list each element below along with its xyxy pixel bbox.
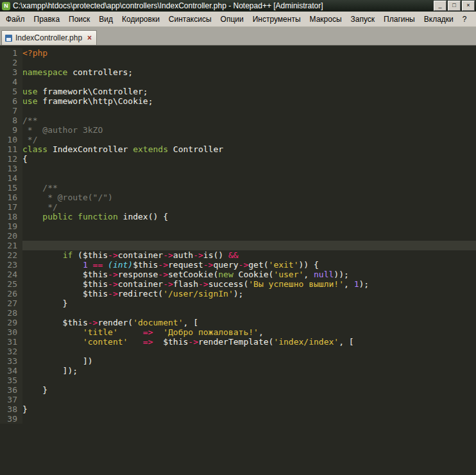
code-line[interactable]: 18 public function index() { [0,212,476,221]
line-number: 22 [0,250,22,260]
line-number: 31 [0,337,22,347]
code-line[interactable]: 38} [0,404,476,414]
line-number: 5 [0,87,22,96]
saved-file-icon [5,35,12,42]
menu-item-language[interactable]: Синтаксисы [164,13,216,26]
code-text: 'title' => 'Добро пожаловать!', [22,327,476,337]
code-area: 1<?php23namespace controllers;45use fram… [0,48,476,424]
code-line[interactable]: 2 [0,58,476,67]
line-number: 26 [0,289,22,298]
code-line[interactable]: 10 */ [0,135,476,144]
code-line[interactable]: 17 */ [0,202,476,212]
menu-item-edit[interactable]: Правка [30,13,65,26]
menu-item-run[interactable]: Запуск [346,13,380,26]
tabbar: IndexController.php × [0,27,476,46]
line-number: 29 [0,318,22,327]
line-number: 8 [0,116,22,125]
code-text [22,173,476,183]
code-text [22,414,476,424]
line-number: 13 [0,164,22,173]
editor[interactable]: 1<?php23namespace controllers;45use fram… [0,46,476,475]
line-number: 27 [0,298,22,308]
code-line[interactable]: 33 ]) [0,356,476,366]
maximize-button[interactable]: □ [448,1,461,11]
code-line[interactable]: 34 ]); [0,366,476,376]
code-line[interactable]: 27 } [0,298,476,308]
code-text: $this->container->flash->success('Вы усп… [22,279,476,289]
code-line[interactable]: 6use framework\http\Cookie; [0,96,476,106]
line-number: 20 [0,231,22,241]
code-line[interactable]: 20 [0,231,476,241]
menu-item-tools[interactable]: Инструменты [248,13,305,26]
menu-item-encoding[interactable]: Кодировки [117,13,164,26]
line-number: 33 [0,356,22,366]
code-line[interactable]: 8/** [0,116,476,125]
code-line[interactable]: 7 [0,106,476,116]
menu-item-search[interactable]: Поиск [64,13,94,26]
code-line[interactable]: 28 [0,308,476,318]
code-line[interactable]: 11class IndexController extends Controll… [0,144,476,154]
line-number: 3 [0,67,22,77]
code-text: if ($this->container->auth->is() && [22,250,476,260]
line-number: 10 [0,135,22,144]
code-text: class IndexController extends Controller [22,144,476,154]
code-line[interactable]: 16 * @route("/") [0,193,476,202]
line-number: 14 [0,173,22,183]
code-line[interactable]: 39 [0,414,476,424]
code-text [22,106,476,116]
code-line[interactable]: 24 $this->response->setCookie(new Cookie… [0,270,476,279]
code-line[interactable]: 36 } [0,385,476,395]
code-line[interactable]: 23 1 == (int)$this->request->query->get(… [0,260,476,270]
close-button[interactable]: × [462,1,475,11]
line-number: 25 [0,279,22,289]
code-line[interactable]: 1<?php [0,48,476,58]
code-line[interactable]: 3namespace controllers; [0,67,476,77]
code-line[interactable]: 29 $this->render('document', [ [0,318,476,327]
code-line[interactable]: 12{ [0,154,476,164]
code-line[interactable]: 21 [0,241,476,250]
code-text: use framework\http\Cookie; [22,96,476,106]
menu-item-plugins[interactable]: Плагины [379,13,420,26]
line-number: 35 [0,376,22,385]
code-text: use framework\Controller; [22,87,476,96]
code-text: ]); [22,366,476,376]
menu-item-help[interactable]: ? [458,13,472,26]
code-line[interactable]: 35 [0,376,476,385]
code-text [22,221,476,231]
code-text [22,347,476,356]
code-line[interactable]: 19 [0,221,476,231]
code-line[interactable]: 22 if ($this->container->auth->is() && [0,250,476,260]
code-line[interactable]: 37 [0,395,476,404]
code-line[interactable]: 31 'content' => $this->renderTemplate('i… [0,337,476,347]
code-line[interactable]: 30 'title' => 'Добро пожаловать!', [0,327,476,337]
line-number: 1 [0,48,22,58]
code-text: 'content' => $this->renderTemplate('inde… [22,337,476,347]
line-number: 37 [0,395,22,404]
menu-item-tabs[interactable]: Вкладки [420,13,458,26]
menu-item-view[interactable]: Вид [94,13,117,26]
line-number: 9 [0,125,22,135]
code-line[interactable]: 14 [0,173,476,183]
line-number: 28 [0,308,22,318]
code-line[interactable]: 13 [0,164,476,173]
code-line[interactable]: 5use framework\Controller; [0,87,476,96]
code-text: /** [22,116,476,125]
menu-item-settings[interactable]: Опции [216,13,248,26]
code-line[interactable]: 9 * @author 3kZO [0,125,476,135]
code-line[interactable]: 32 [0,347,476,356]
line-number: 15 [0,183,22,193]
line-number: 34 [0,366,22,376]
tab-indexcontroller[interactable]: IndexController.php × [1,30,97,45]
minimize-button[interactable]: _ [434,1,446,11]
code-line[interactable]: 25 $this->container->flash->success('Вы … [0,279,476,289]
line-number: 11 [0,144,22,154]
code-line[interactable]: 26 $this->redirect('/user/signIn'); [0,289,476,298]
code-line[interactable]: 15 /** [0,183,476,193]
code-text: 1 == (int)$this->request->query->get('ex… [22,260,476,270]
menu-item-macro[interactable]: Макросы [305,13,346,26]
code-line[interactable]: 4 [0,77,476,87]
tab-close-icon[interactable]: × [87,34,92,42]
code-text: { [22,154,476,164]
menu-item-file[interactable]: Файл [1,13,30,26]
code-text [22,164,476,173]
